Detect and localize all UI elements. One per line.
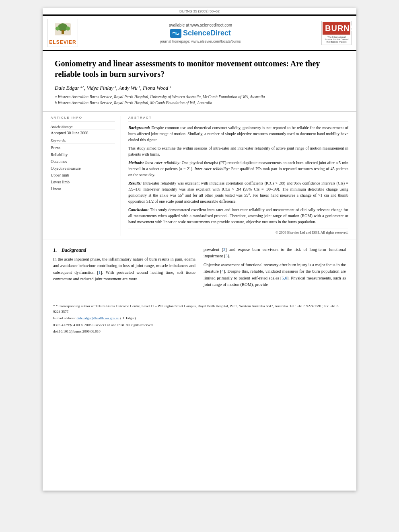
section1-col2-para2: Objective assessment of functional recov… [204,262,346,288]
footnote-issn: 0305-4179/$34.00 © 2008 Elsevier Ltd and… [53,322,346,328]
section1-heading: 1. Background [53,246,195,254]
keyword-reliability: Reliability [51,151,115,158]
section1-number: 1. [53,247,57,253]
results-label: Results: [128,181,143,185]
keyword-linear: Linear [51,185,115,192]
author-fiona: Fiona Wood [143,85,168,91]
keyword-objective-measure: Objective measure [51,165,115,172]
body-two-col: 1. Background In the acute inpatient pha… [53,246,346,291]
abstract-aim: This study aimed to examine the within s… [128,145,348,157]
authors: Dale Edgar a,*, Vidya Finlay b, Andy Wu … [55,85,344,91]
section1-col1-para1: In the acute inpatient phase, the inflam… [53,256,195,282]
background-label: Background: [128,125,152,130]
keyword-burns: Burns [51,144,115,151]
abstract-heading: ABSTRACT [128,116,348,121]
journal-url: available at www.sciencedirect.com [84,23,317,27]
section1-col2-para1: prevalent [2] and expose burn survivors … [204,246,346,260]
keyword-lower-limb: Lower limb [51,179,115,185]
sciencedirect-text: ScienceDirect [183,29,231,37]
elsevier-logo: ELSEVIER [47,19,80,47]
author-vidya: Vidya Finlay [87,85,114,91]
ref-1: 1 [99,270,101,275]
footnote-email-link[interactable]: dale.edgar@health.wa.gov.au [76,316,119,320]
keywords-list: Burns Reliability Outcomes Objective mea… [51,144,115,192]
author-vidya-sup: b [115,85,116,88]
burns-logo-subtitle: The International Journal for the Care o… [323,35,350,44]
sciencedirect-logo: ScienceDirect [84,29,317,38]
abstract-methods: Methods: Intra-rater reliability: One ph… [128,160,348,178]
svg-rect-2 [62,30,64,34]
abstract-col: ABSTRACT Background: Despite common use … [128,116,348,236]
footnote-section: * * Corresponding author at: Telstra Bur… [53,301,346,335]
svg-point-4 [66,27,70,31]
journal-reference: BURNS 35 (2009) 58–62 [43,8,356,16]
author-dale-sup: a,* [80,85,84,88]
author-andy-sup: b [139,85,140,88]
article-title: Goniometry and linear assessments to mon… [55,58,344,79]
abstract-conclusion: Conclusion: This study demonstrated exce… [128,207,348,225]
header-center: available at www.sciencedirect.com Scien… [84,23,317,43]
affiliation-a: a Western Australian Burns Service, Roya… [55,94,344,100]
keyword-upper-limb: Upper limb [51,172,115,179]
results-text: Intra-rater reliability was excellent wi… [128,181,348,203]
abstract-background: Background: Despite common use and theor… [128,125,348,143]
footnote-star: * [53,304,56,308]
page: BURNS 35 (2009) 58–62 ELSEVIER available… [43,8,356,491]
burns-logo-title: BURNS [323,22,350,35]
methods-text: Intra-rater reliability: One physical th… [128,160,348,177]
abstract-copyright: © 2008 Elsevier Ltd and ISBI. All rights… [128,228,348,236]
ref-4: 4 [222,269,224,273]
elsevier-tree-icon [53,21,73,39]
ref-56: 5,6 [282,276,287,280]
sd-icon [170,29,181,38]
background-text: Despite common use and theoretical const… [128,125,348,142]
body-col-left: 1. Background In the acute inpatient pha… [53,246,195,291]
author-andy: Andy Wu [119,85,138,91]
article-title-section: Goniometry and linear assessments to mon… [43,51,356,112]
footnote-corresponding: * * Corresponding author at: Telstra Bur… [53,304,346,314]
section1-title: Background [62,247,86,253]
elsevier-logo-image: ELSEVIER [47,19,78,47]
author-fiona-sup: a [170,85,171,88]
conclusion-label: Conclusion: [128,207,150,212]
ref-2: 2 [223,247,225,252]
elsevier-text: ELSEVIER [49,39,76,45]
journal-homepage: journal homepage: www.elsevier.com/locat… [84,39,317,43]
article-info-heading: ARTICLE INFO [51,116,115,121]
info-abstract-section: ARTICLE INFO Article history: Accepted 3… [43,112,356,240]
keyword-outcomes: Outcomes [51,158,115,165]
ref-3: 3 [226,254,228,258]
body-col-right: prevalent [2] and expose burn survivors … [204,246,346,291]
burns-logo: BURNS The International Journal for the … [321,21,352,45]
svg-point-3 [56,27,60,31]
methods-label: Methods: [128,160,145,165]
article-info-col: ARTICLE INFO Article history: Accepted 3… [51,116,121,236]
footnote-email-suffix: (D. Edgar). [120,316,137,320]
footnote-corresponding-text: * Corresponding author at: Telstra Burns… [53,304,339,314]
keywords-label: Keywords: [51,138,115,144]
journal-header: ELSEVIER available at www.sciencedirect.… [43,16,356,51]
affiliation-b: b Western Australian Burns Service, Roya… [55,100,344,106]
footnote-doi: doi:10.1016/j.burns.2008.06.010 [53,329,346,335]
abstract-text: Background: Despite common use and theor… [128,125,348,236]
body-section: 1. Background In the acute inpatient pha… [43,240,356,297]
conclusion-text: This study demonstrated excellent intra-… [128,207,348,224]
svg-point-5 [175,32,177,35]
history-label: Article history: [51,125,115,130]
footnote-email-label: E-mail address: [53,316,76,320]
author-dale: Dale Edgar [55,85,79,91]
affiliations: a Western Australian Burns Service, Roya… [55,94,344,106]
history-value: Accepted 30 June 2008 [51,131,115,135]
footnote-email-line: E-mail address: dale.edgar@health.wa.gov… [53,316,346,321]
abstract-results: Results: Intra-rater reliability was exc… [128,180,348,204]
